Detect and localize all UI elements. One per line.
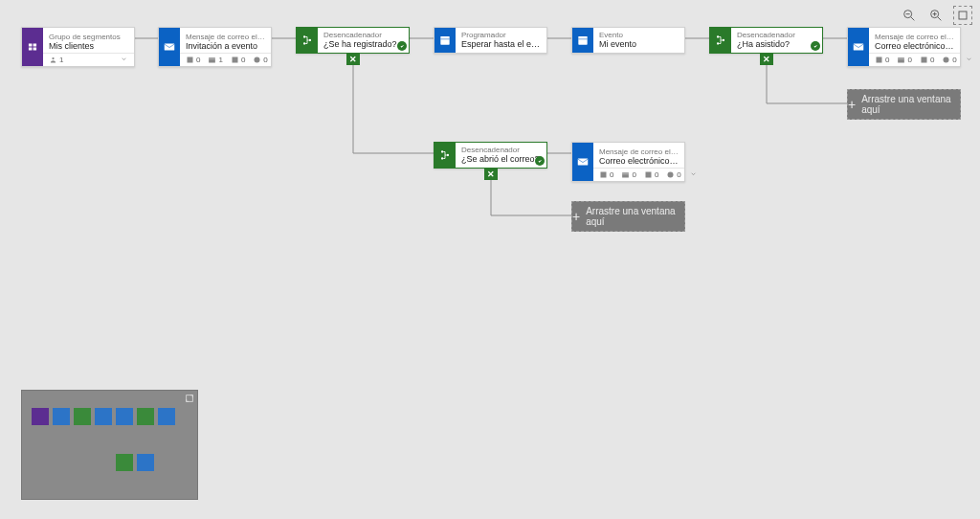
trigger-icon — [434, 143, 456, 168]
minimap-node — [137, 408, 154, 425]
mail-icon — [159, 28, 180, 66]
svg-rect-39 — [877, 57, 882, 63]
tile-scheduler[interactable]: Programador Esperar hasta el evento — [434, 27, 547, 54]
check-badge-icon — [397, 41, 407, 51]
drop-zone[interactable]: + Arrastre una ventana aquí — [847, 89, 961, 120]
tile-label: Evento — [599, 31, 679, 39]
tile-event[interactable]: Evento Mi evento — [571, 27, 685, 54]
minimap-node — [116, 408, 133, 425]
chevron-down-icon[interactable] — [689, 169, 698, 180]
tile-value: ¿Se abrió el correo? — [461, 154, 541, 164]
tile-value: ¿Se ha registrado? — [323, 39, 403, 49]
svg-point-21 — [52, 57, 54, 59]
calendar-icon — [572, 28, 593, 53]
branch-false-tab[interactable]: ✕ — [760, 54, 773, 65]
svg-rect-42 — [921, 57, 926, 63]
tile-label: Desencadenador — [461, 146, 541, 154]
svg-rect-31 — [440, 36, 449, 45]
svg-point-45 — [441, 157, 443, 159]
svg-rect-51 — [645, 172, 651, 178]
chevron-down-icon[interactable] — [120, 55, 128, 65]
tile-label: Mensaje de correo electrónico d… — [186, 33, 265, 41]
svg-rect-40 — [899, 57, 905, 62]
minimap-node — [95, 408, 112, 425]
svg-line-15 — [911, 17, 914, 20]
tile-value: Mis clientes — [49, 41, 128, 51]
tile-label: Desencadenador — [323, 31, 403, 39]
calendar-icon — [434, 28, 456, 53]
svg-line-19 — [938, 17, 941, 20]
tile-footer: 0 0 0 0 — [869, 53, 960, 66]
svg-rect-26 — [232, 57, 237, 63]
tile-value: ¿Ha asistido? — [737, 39, 816, 49]
tile-email-thanks[interactable]: Mensaje de correo electrónico d… Correo … — [847, 27, 961, 67]
plus-icon: + — [848, 97, 856, 112]
fit-to-screen-button[interactable] — [953, 6, 972, 25]
minimap-expand-icon[interactable] — [184, 393, 195, 404]
minimap[interactable] — [21, 390, 198, 500]
svg-rect-48 — [601, 172, 607, 178]
svg-rect-53 — [187, 395, 193, 402]
minimap-node — [158, 408, 175, 425]
tile-label: Mensaje de correo electrónico d… — [599, 147, 679, 156]
tile-trigger-attended[interactable]: Desencadenador ¿Ha asistido? — [709, 27, 823, 54]
svg-rect-47 — [578, 159, 589, 166]
mail-icon — [848, 28, 869, 66]
tile-email-invitation[interactable]: Mensaje de correo electrónico d… Invitac… — [158, 27, 272, 67]
check-badge-icon — [811, 41, 820, 51]
tile-trigger-registered[interactable]: Desencadenador ¿Se ha registrado? — [296, 27, 410, 54]
tile-footer: 0 1 0 0 — [180, 53, 271, 66]
svg-rect-24 — [210, 57, 216, 62]
tile-segment-group[interactable]: Grupo de segmentos Mis clientes 1 — [21, 27, 135, 67]
drop-label: Arrastre una ventana aquí — [586, 206, 684, 227]
check-badge-icon — [535, 156, 545, 166]
svg-point-44 — [441, 150, 443, 152]
tile-email-reminder[interactable]: Mensaje de correo electrónico d… Correo … — [571, 142, 685, 182]
tile-value: Esperar hasta el evento — [461, 39, 541, 49]
trigger-icon — [710, 28, 731, 53]
svg-point-29 — [303, 42, 305, 44]
svg-point-36 — [717, 42, 719, 44]
zoom-in-button[interactable] — [926, 6, 946, 25]
tile-value: Correo electrónico de recordat… — [599, 156, 679, 166]
minimap-node — [137, 454, 154, 471]
minimap-node — [53, 408, 70, 425]
tile-value: Mi evento — [599, 39, 679, 49]
branch-false-tab[interactable]: ✕ — [484, 169, 498, 180]
svg-point-43 — [944, 57, 949, 63]
tile-label: Grupo de segmentos — [49, 33, 128, 41]
drop-zone[interactable]: + Arrastre una ventana aquí — [571, 201, 685, 232]
tile-value: Invitación a evento — [186, 41, 265, 51]
branch-false-tab[interactable]: ✕ — [346, 54, 360, 65]
svg-rect-20 — [959, 11, 967, 19]
svg-rect-23 — [188, 57, 193, 63]
plus-icon: + — [572, 209, 580, 224]
minimap-node — [74, 408, 91, 425]
minimap-node — [32, 408, 49, 425]
tile-label: Programador — [461, 31, 541, 39]
svg-point-28 — [303, 35, 305, 37]
chevron-down-icon[interactable] — [965, 55, 973, 65]
svg-point-35 — [717, 35, 719, 37]
tile-footer: 0 0 0 0 — [593, 168, 684, 181]
svg-point-27 — [255, 57, 260, 63]
svg-point-46 — [447, 154, 449, 156]
svg-rect-49 — [623, 172, 630, 177]
segment-icon — [22, 28, 43, 66]
tile-label: Mensaje de correo electrónico d… — [875, 33, 954, 41]
tile-label: Desencadenador — [737, 31, 816, 39]
svg-point-37 — [723, 39, 724, 41]
mail-icon — [572, 143, 593, 181]
zoom-out-button[interactable] — [900, 6, 919, 25]
drop-label: Arrastre una ventana aquí — [861, 94, 960, 115]
svg-point-30 — [309, 39, 311, 41]
svg-rect-22 — [165, 44, 175, 51]
canvas-toolbar — [900, 6, 972, 25]
trigger-icon — [297, 28, 318, 53]
minimap-node — [116, 454, 133, 471]
tile-footer: 1 — [43, 53, 134, 66]
tile-trigger-opened[interactable]: Desencadenador ¿Se abrió el correo? — [434, 142, 547, 169]
tile-value: Correo electrónico de agradec… — [875, 41, 954, 51]
svg-rect-38 — [854, 44, 864, 51]
svg-point-52 — [668, 172, 674, 178]
